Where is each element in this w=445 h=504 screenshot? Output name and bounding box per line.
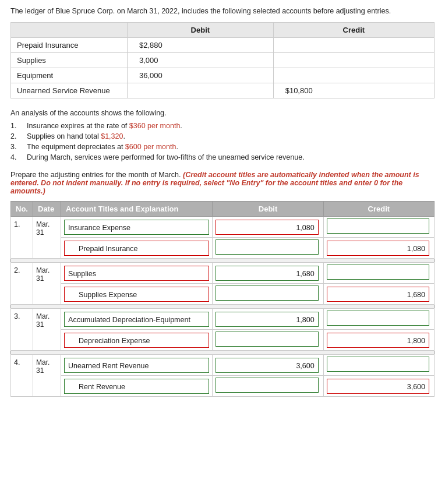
entry-row: 4. Mar.31 Unearned Rent Revenue 3,600 xyxy=(11,355,435,376)
ledger-account-name: Prepaid Insurance xyxy=(11,38,128,53)
analysis-item-num: 2. xyxy=(10,132,27,140)
entry-row: 1. Mar.31 Insurance Expense 1,080 xyxy=(11,217,435,238)
account-input[interactable]: Accumulated Depreciation-Equipment xyxy=(64,312,209,327)
account-title-cell[interactable]: Insurance Expense xyxy=(61,217,213,238)
credit-input[interactable]: 1,680 xyxy=(327,287,429,302)
debit-input[interactable] xyxy=(216,286,318,301)
prepare-text: Prepare the adjusting entries for the mo… xyxy=(10,171,435,195)
analysis-highlight: $1,320 xyxy=(101,132,123,140)
analysis-list: 1.Insurance expires at the rate of $360 … xyxy=(10,122,435,161)
debit-input[interactable]: 1,080 xyxy=(216,220,318,235)
entry-no: 4. xyxy=(11,355,33,397)
debit-cell[interactable] xyxy=(213,376,323,397)
analysis-item: 4.During March, services were performed … xyxy=(10,153,435,161)
debit-input[interactable]: 1,680 xyxy=(216,266,318,281)
ledger-credit-value xyxy=(273,38,434,53)
account-title-cell[interactable]: Accumulated Depreciation-Equipment xyxy=(61,309,213,330)
entry-date: Mar.31 xyxy=(33,309,61,351)
ledger-credit-header: Credit xyxy=(273,23,434,38)
analysis-intro: An analysis of the accounts shows the fo… xyxy=(10,109,435,117)
debit-input[interactable]: 3,600 xyxy=(216,358,318,373)
ledger-row: Prepaid Insurance $2,880 xyxy=(11,38,435,53)
credit-input[interactable] xyxy=(327,218,429,234)
account-input[interactable]: Unearned Rent Revenue xyxy=(64,358,209,373)
entry-no: 3. xyxy=(11,309,33,351)
account-input[interactable]: Supplies Expense xyxy=(64,287,209,302)
debit-cell[interactable]: 1,080 xyxy=(213,217,323,238)
entry-row: Depreciation Expense 1,800 xyxy=(11,330,435,351)
credit-input[interactable]: 3,600 xyxy=(327,379,429,394)
account-input[interactable]: Supplies xyxy=(64,266,209,281)
credit-cell[interactable]: 1,800 xyxy=(323,330,434,351)
account-title-cell[interactable]: Prepaid Insurance xyxy=(61,238,213,259)
analysis-item: 2.Supplies on hand total $1,320. xyxy=(10,132,435,140)
intro-text: The ledger of Blue Spruce Corp. on March… xyxy=(10,7,435,15)
entry-date: Mar.31 xyxy=(33,217,61,259)
entry-row: 2. Mar.31 Supplies 1,680 xyxy=(11,263,435,284)
account-title-cell[interactable]: Unearned Rent Revenue xyxy=(61,355,213,376)
account-input[interactable]: Depreciation Expense xyxy=(64,333,209,348)
debit-input[interactable] xyxy=(216,239,318,255)
account-title-cell[interactable]: Depreciation Expense xyxy=(61,330,213,351)
credit-input[interactable] xyxy=(327,311,429,326)
credit-cell[interactable] xyxy=(323,217,434,238)
analysis-item: 1.Insurance expires at the rate of $360 … xyxy=(10,122,435,130)
credit-input[interactable] xyxy=(327,357,429,372)
analysis-highlight: $600 per month xyxy=(125,143,176,151)
account-title-cell[interactable]: Supplies xyxy=(61,263,213,284)
ledger-account-name: Equipment xyxy=(11,68,128,83)
entry-row: Rent Revenue 3,600 xyxy=(11,376,435,397)
ledger-debit-header: Debit xyxy=(128,23,274,38)
debit-cell[interactable]: 1,800 xyxy=(213,309,323,330)
analysis-item-text: Insurance expires at the rate of $360 pe… xyxy=(27,122,182,130)
col-debit: Debit xyxy=(213,202,323,217)
analysis-item-text: Supplies on hand total $1,320. xyxy=(27,132,125,140)
credit-cell[interactable]: 3,600 xyxy=(323,376,434,397)
entry-table: No. Date Account Titles and Explanation … xyxy=(10,201,435,397)
ledger-credit-value xyxy=(273,68,434,83)
debit-cell[interactable] xyxy=(213,284,323,305)
account-title-cell[interactable]: Supplies Expense xyxy=(61,284,213,305)
ledger-row: Equipment 36,000 xyxy=(11,68,435,83)
account-input[interactable]: Insurance Expense xyxy=(64,220,209,235)
debit-cell[interactable]: 1,680 xyxy=(213,263,323,284)
ledger-account-name: Supplies xyxy=(11,53,128,68)
analysis-item-num: 1. xyxy=(10,122,27,130)
prepare-main-text: Prepare the adjusting entries for the mo… xyxy=(10,171,181,179)
col-credit: Credit xyxy=(323,202,434,217)
ledger-debit-value: 3,000 xyxy=(128,53,274,68)
col-no: No. xyxy=(11,202,33,217)
analysis-item: 3.The equipment depreciates at $600 per … xyxy=(10,143,435,151)
entry-no: 2. xyxy=(11,263,33,305)
account-input[interactable]: Prepaid Insurance xyxy=(64,241,209,256)
debit-input[interactable] xyxy=(216,378,318,393)
credit-input[interactable]: 1,080 xyxy=(327,241,429,256)
ledger-debit-value: 36,000 xyxy=(128,68,274,83)
analysis-item-num: 3. xyxy=(10,143,27,151)
entry-no: 1. xyxy=(11,217,33,259)
debit-input[interactable]: 1,800 xyxy=(216,312,318,327)
debit-cell[interactable] xyxy=(213,238,323,259)
credit-input[interactable] xyxy=(327,265,429,280)
credit-cell[interactable]: 1,680 xyxy=(323,284,434,305)
credit-cell[interactable] xyxy=(323,355,434,376)
entry-row: Prepaid Insurance 1,080 xyxy=(11,238,435,259)
credit-cell[interactable] xyxy=(323,309,434,330)
ledger-credit-value xyxy=(273,53,434,68)
debit-input[interactable] xyxy=(216,332,318,347)
ledger-debit-value xyxy=(128,83,274,98)
account-input[interactable]: Rent Revenue xyxy=(64,379,209,394)
debit-cell[interactable] xyxy=(213,330,323,351)
analysis-item-text: The equipment depreciates at $600 per mo… xyxy=(27,143,178,151)
account-title-cell[interactable]: Rent Revenue xyxy=(61,376,213,397)
credit-cell[interactable] xyxy=(323,263,434,284)
ledger-debit-value: $2,880 xyxy=(128,38,274,53)
ledger-credit-value: $10,800 xyxy=(273,83,434,98)
ledger-row: Unearned Service Revenue $10,800 xyxy=(11,83,435,98)
credit-input[interactable]: 1,800 xyxy=(327,333,429,348)
ledger-table: Debit Credit Prepaid Insurance $2,880 Su… xyxy=(10,22,435,98)
credit-cell[interactable]: 1,080 xyxy=(323,238,434,259)
analysis-item-text: During March, services were performed fo… xyxy=(27,153,305,161)
entry-row: 3. Mar.31 Accumulated Depreciation-Equip… xyxy=(11,309,435,330)
debit-cell[interactable]: 3,600 xyxy=(213,355,323,376)
